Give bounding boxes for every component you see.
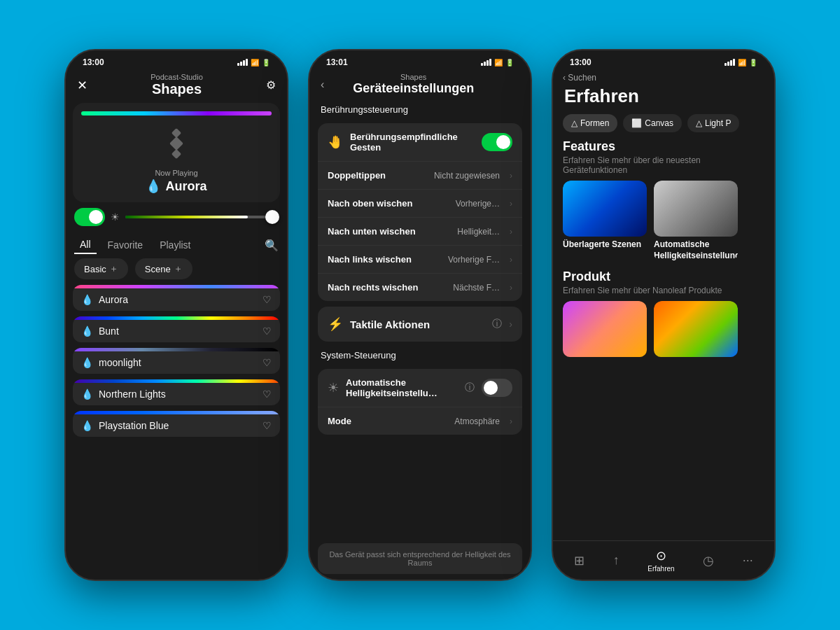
song-drop-icon: 💧 <box>146 178 161 194</box>
battery-icon-2: 🔋 <box>505 59 514 66</box>
search-button[interactable]: 🔍 <box>265 239 279 252</box>
scene-playstation-row: 💧 Playstation Blue ♡ <box>73 414 280 437</box>
moonlight-name: moonlight <box>99 357 257 368</box>
aurora-heart-icon[interactable]: ♡ <box>262 294 272 305</box>
mode-row[interactable]: Mode Atmosphäre › <box>318 407 522 435</box>
auto-brightness-row[interactable]: ☀ Automatische Helligkeitseinstellu… ⓘ <box>318 369 522 407</box>
settings-icon[interactable]: ⚙︎ <box>266 78 276 92</box>
tab-lightp[interactable]: △ Light P <box>687 114 739 132</box>
brightness-thumb <box>265 210 279 224</box>
nav-history[interactable]: ◷ <box>703 553 714 568</box>
scene-northern-row: 💧 Northern Lights ♡ <box>73 383 280 405</box>
swipe-left-value: Vorherige F… <box>448 255 500 265</box>
auto-brightness-toggle[interactable] <box>482 379 512 397</box>
diamond-bot <box>172 149 181 159</box>
taktile-chevron-icon: › <box>509 318 512 330</box>
tab-lightp-label: Light P <box>705 118 731 128</box>
bunt-drop-icon: 💧 <box>81 326 93 337</box>
touch-toggle-switch[interactable] <box>482 133 512 151</box>
touch-section-label: Berührungssteuerung <box>321 104 522 115</box>
formen-icon: △ <box>571 118 578 128</box>
scene-northern[interactable]: 💧 Northern Lights ♡ <box>73 379 280 405</box>
phone-2: 13:01 📶 🔋 ‹ Shapes Geräteeinstellungen B… <box>308 49 532 581</box>
features-block: Features Erfahren Sie mehr über die neue… <box>563 139 764 261</box>
scene-aurora[interactable]: 💧 Aurora ♡ <box>73 285 280 311</box>
now-playing-label: Now Playing <box>155 169 197 177</box>
brightness-slider[interactable] <box>125 216 279 218</box>
scene-bunt-row: 💧 Bunt ♡ <box>73 320 280 342</box>
phone-1: 13:00 📶 🔋 ✕ Podcast-Studio Shapes ⚙︎ <box>64 49 288 581</box>
auto-brightness-label: Automatische Helligkeitseinstellu… <box>346 377 458 398</box>
tab-favorite[interactable]: Favorite <box>102 237 149 253</box>
northern-heart-icon[interactable]: ♡ <box>262 388 272 400</box>
white-panels-title: Automatische Helligkeitseinstellung <box>654 239 738 261</box>
nav-more[interactable]: ··· <box>743 553 753 568</box>
produkt-card-1[interactable] <box>654 301 738 360</box>
bunt-heart-icon[interactable]: ♡ <box>262 326 272 337</box>
feature-card-1[interactable]: Automatische Helligkeitseinstellung <box>654 181 738 261</box>
double-tap-row[interactable]: Doppeltippen Nicht zugewiesen › <box>318 162 522 190</box>
northern-name: Northern Lights <box>99 388 257 400</box>
diamond-mid <box>169 136 183 150</box>
basic-category[interactable]: Basic ＋ <box>74 258 128 279</box>
system-card: ☀ Automatische Helligkeitseinstellu… ⓘ M… <box>318 369 522 435</box>
tab-playlist[interactable]: Playlist <box>154 237 196 253</box>
nav-grid[interactable]: ⊞ <box>574 553 584 568</box>
shape-icon <box>159 122 194 164</box>
song-name: 💧 Aurora <box>146 178 206 194</box>
playstation-heart-icon[interactable]: ♡ <box>262 420 272 431</box>
moonlight-heart-icon[interactable]: ♡ <box>262 357 272 368</box>
history-icon: ◷ <box>703 553 714 568</box>
power-toggle[interactable] <box>74 208 105 226</box>
brightness-icon: ☀ <box>328 380 339 396</box>
hero-gradient-bar <box>81 111 272 115</box>
nav-discover[interactable]: ⊙ Erfahren <box>648 548 674 573</box>
white-panels-image <box>654 181 738 237</box>
northern-drop-icon: 💧 <box>81 388 93 400</box>
swipe-right-row[interactable]: Nach rechts wischen Nächste F… › <box>318 274 522 301</box>
playstation-drop-icon: 💧 <box>81 420 93 431</box>
status-icons-3: 📶 🔋 <box>724 59 757 66</box>
tab-canvas[interactable]: ⬜ Canvas <box>623 114 682 132</box>
tab-formen[interactable]: △ Formen <box>563 114 617 132</box>
swipe-down-row[interactable]: Nach unten wischen Helligkeit… › <box>318 218 522 246</box>
touch-toggle-row: 🤚 Berührungsempfindliche Gesten <box>318 123 522 162</box>
mode-chevron-icon: › <box>510 416 512 426</box>
nav-subtitle-2: Shapes <box>324 73 503 81</box>
nav-upload[interactable]: ↑ <box>613 553 620 568</box>
system-section-label: System-Steuerung <box>321 350 522 360</box>
tab-canvas-label: Canvas <box>645 118 673 128</box>
chevron-icon-2: › <box>510 227 512 237</box>
scene-bunt[interactable]: 💧 Bunt ♡ <box>73 316 280 342</box>
screen-3: ‹ Suchen Erfahren △ Formen ⬜ Canvas △ Li… <box>553 70 774 580</box>
produkt-cards <box>563 301 764 360</box>
tab-all[interactable]: All <box>74 236 97 254</box>
signal-icon-3 <box>724 59 735 66</box>
status-bar-1: 13:00 📶 🔋 <box>66 50 287 70</box>
double-tap-label: Doppeltippen <box>328 170 427 181</box>
taktile-card[interactable]: ⚡ Taktile Aktionen ⓘ › <box>318 307 522 342</box>
playstation-name: Playstation Blue <box>99 420 257 431</box>
canvas-icon: ⬜ <box>631 118 642 128</box>
purple-cloud-image <box>563 301 647 357</box>
chevron-icon-4: › <box>510 283 512 293</box>
bunt-name: Bunt <box>99 326 257 337</box>
close-button[interactable]: ✕ <box>77 78 88 93</box>
produkt-title: Produkt <box>563 270 764 284</box>
hero-section: Now Playing 💧 Aurora <box>73 103 280 202</box>
back-nav-3[interactable]: ‹ Suchen <box>553 70 774 83</box>
scene-category[interactable]: Scene ＋ <box>135 258 192 279</box>
swipe-left-label: Nach links wischen <box>328 254 441 265</box>
swipe-up-row[interactable]: Nach oben wischen Vorherige… › <box>318 190 522 218</box>
features-title: Features <box>563 139 764 154</box>
swipe-left-row[interactable]: Nach links wischen Vorherige F… › <box>318 246 522 274</box>
scene-playstation[interactable]: 💧 Playstation Blue ♡ <box>73 411 280 437</box>
screen-1: ✕ Podcast-Studio Shapes ⚙︎ Now Playing 💧… <box>66 70 287 580</box>
swipe-right-value: Nächste F… <box>453 283 500 293</box>
produkt-card-0[interactable] <box>563 301 647 360</box>
basic-label: Basic <box>84 264 106 274</box>
aurora-name: Aurora <box>99 294 257 305</box>
scene-moonlight[interactable]: 💧 moonlight ♡ <box>73 348 280 374</box>
feature-card-0[interactable]: Überlagerte Szenen <box>563 181 647 261</box>
screen-2: ‹ Shapes Geräteeinstellungen Berührungss… <box>309 70 531 580</box>
